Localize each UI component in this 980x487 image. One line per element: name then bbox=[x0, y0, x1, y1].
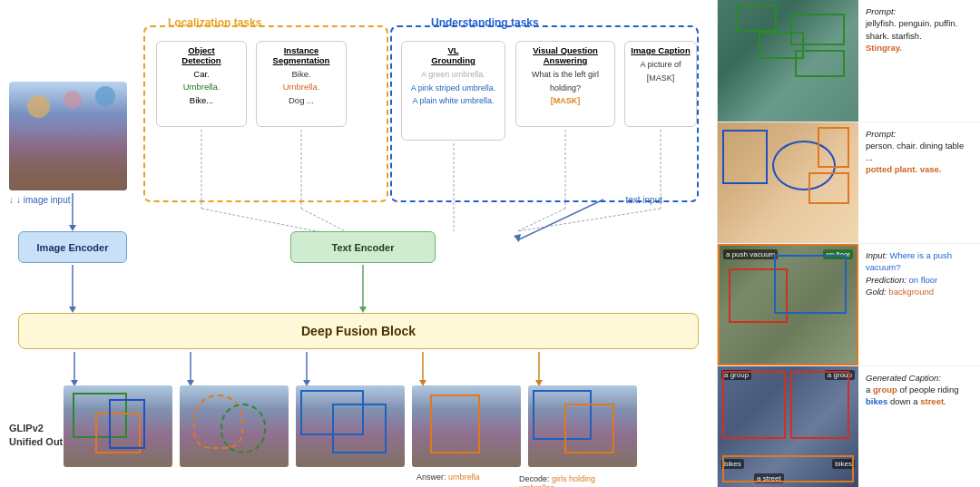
output-img-5: Decode: girls holdingumbrellas. bbox=[528, 385, 637, 467]
svg-line-10 bbox=[517, 209, 565, 231]
source-image bbox=[9, 82, 127, 190]
image-caption-box: Image Caption A picture of [MASK] bbox=[624, 41, 697, 127]
svg-line-25 bbox=[517, 200, 603, 240]
right-img-4: a group a group bikes bikes a street bbox=[718, 366, 858, 488]
output-img-1 bbox=[64, 385, 172, 467]
vqa-box: Visual QuestionAnswering What is the lef… bbox=[515, 41, 615, 127]
inst-seg-title: InstanceSegmentation bbox=[262, 45, 340, 65]
svg-marker-26 bbox=[514, 234, 521, 242]
object-detection-box: ObjectDetection Car. Umbrella. Bike... bbox=[156, 41, 247, 127]
instance-seg-box: InstanceSegmentation Bike. Umbrella. Dog… bbox=[256, 41, 347, 127]
output-img-4: Answer: umbrella bbox=[412, 385, 521, 467]
right-text-2: Prompt: person. chair. dining table ... … bbox=[858, 122, 980, 244]
vl-ground-title: VLGrounding bbox=[407, 45, 499, 65]
obj-det-title: ObjectDetection bbox=[162, 45, 240, 65]
right-block-3: a push vacuum on floor Input: Where is a… bbox=[718, 244, 980, 366]
output-img-3 bbox=[296, 385, 405, 467]
svg-line-12 bbox=[517, 209, 661, 231]
right-block-4: a group a group bikes bikes a street Gen… bbox=[718, 366, 980, 488]
right-text-3: Input: Where is a push vacuum? Predictio… bbox=[858, 244, 980, 365]
main-container: Localization tasks Understanding tasks ↓… bbox=[0, 0, 980, 487]
vl-grounding-box: VLGrounding A green umbrella. A pink str… bbox=[401, 41, 505, 141]
svg-marker-3 bbox=[69, 307, 76, 313]
right-block-2: Prompt: person. chair. dining table ... … bbox=[718, 122, 980, 245]
right-block-1: Prompt: jellyfish. penguin. puffin. shar… bbox=[718, 0, 980, 122]
understanding-label: Understanding tasks bbox=[431, 16, 539, 29]
obj-det-content: Car. Umbrella. Bike... bbox=[162, 68, 240, 107]
text-input-label: text input bbox=[625, 195, 662, 205]
text-encoder: Text Encoder bbox=[290, 231, 436, 263]
fusion-block: Deep Fusion Block bbox=[18, 313, 699, 349]
output-img-2 bbox=[180, 385, 289, 467]
img-cap-content: A picture of [MASK] bbox=[631, 58, 691, 84]
vacuum-label-overlay: a push vacuum bbox=[723, 249, 778, 259]
img-cap-title: Image Caption bbox=[631, 45, 691, 55]
output-images: Answer: umbrella Decode: girls holdingum… bbox=[18, 385, 637, 467]
vl-ground-content: A green umbrella. A pink striped umbrell… bbox=[407, 68, 499, 108]
diagram: Localization tasks Understanding tasks ↓… bbox=[9, 9, 708, 487]
right-img-2 bbox=[718, 122, 858, 244]
right-img-3: a push vacuum on floor bbox=[718, 244, 858, 365]
right-img-1 bbox=[718, 0, 858, 122]
left-panel: Localization tasks Understanding tasks ↓… bbox=[0, 0, 717, 487]
localization-label: Localization tasks bbox=[168, 16, 261, 29]
image-input-label: ↓ ↓ image input bbox=[9, 195, 70, 205]
right-text-4: Generated Caption: a group of people rid… bbox=[858, 366, 980, 488]
svg-marker-1 bbox=[69, 225, 76, 231]
image-encoder: Image Encoder bbox=[18, 231, 127, 263]
inst-seg-content: Bike. Umbrella. Dog ... bbox=[262, 68, 340, 107]
right-panel: Prompt: jellyfish. penguin. puffin. shar… bbox=[717, 0, 980, 487]
vqa-content: What is the left girl holding? [MASK] bbox=[522, 68, 609, 108]
svg-marker-14 bbox=[359, 307, 367, 313]
right-text-1: Prompt: jellyfish. penguin. puffin. shar… bbox=[858, 0, 980, 122]
vqa-title: Visual QuestionAnswering bbox=[522, 45, 609, 65]
